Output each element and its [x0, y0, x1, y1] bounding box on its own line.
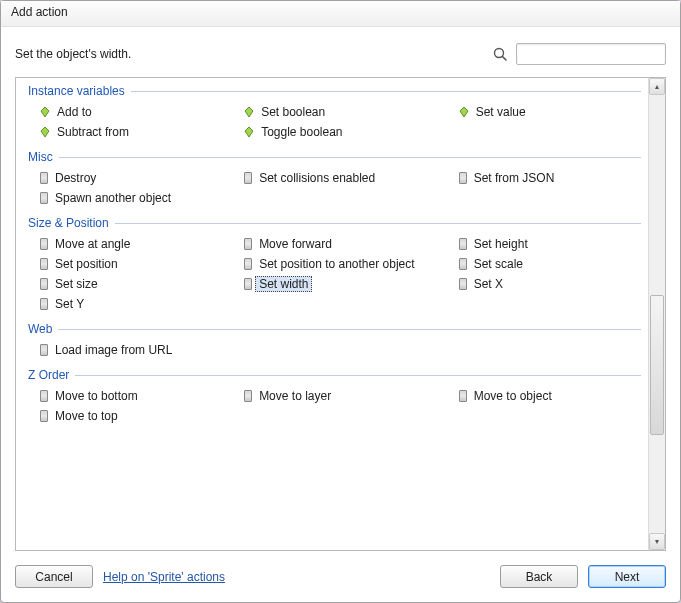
group-items: Add to Subtract from Set boolean Toggle …	[28, 102, 641, 142]
dialog-window: Add action Set the object's width. Insta…	[0, 0, 681, 603]
group-header-z-order[interactable]: Z Order	[28, 368, 641, 382]
action-label: Set position to another object	[258, 257, 415, 271]
group-divider	[59, 157, 641, 158]
object-icon	[244, 238, 252, 250]
titlebar: Add action	[1, 1, 680, 27]
action-spawn-another[interactable]: Spawn another object	[28, 188, 232, 208]
action-label: Set from JSON	[473, 171, 556, 185]
object-icon	[40, 410, 48, 422]
action-load-image-url[interactable]: Load image from URL	[28, 340, 232, 360]
action-label: Set collisions enabled	[258, 171, 376, 185]
action-label: Set position	[54, 257, 119, 271]
object-icon	[459, 172, 467, 184]
action-set-width[interactable]: Set width	[232, 274, 447, 294]
back-button[interactable]: Back	[500, 565, 578, 588]
client-area: Set the object's width. Instance variabl…	[1, 27, 680, 602]
action-label: Move to top	[54, 409, 119, 423]
action-set-collisions[interactable]: Set collisions enabled	[232, 168, 447, 188]
action-set-position-to-object[interactable]: Set position to another object	[232, 254, 447, 274]
action-list-inner: Instance variables Add to Subtract from …	[16, 78, 647, 550]
action-label: Set scale	[473, 257, 524, 271]
next-button[interactable]: Next	[588, 565, 666, 588]
action-label: Set boolean	[260, 105, 326, 119]
action-subtract-from[interactable]: Subtract from	[28, 122, 232, 142]
action-set-x[interactable]: Set X	[447, 274, 641, 294]
group-title: Z Order	[28, 368, 69, 382]
action-set-height[interactable]: Set height	[447, 234, 641, 254]
variable-icon	[40, 106, 50, 118]
action-move-to-layer[interactable]: Move to layer	[232, 386, 447, 406]
action-set-from-json[interactable]: Set from JSON	[447, 168, 641, 188]
search-input[interactable]	[516, 43, 666, 65]
object-icon	[459, 390, 467, 402]
object-icon	[40, 298, 48, 310]
action-toggle-boolean[interactable]: Toggle boolean	[232, 122, 447, 142]
action-set-value[interactable]: Set value	[447, 102, 641, 122]
action-move-at-angle[interactable]: Move at angle	[28, 234, 232, 254]
action-label: Set width	[255, 276, 312, 292]
action-label: Set height	[473, 237, 529, 251]
group-items: Move to bottom Move to top Move to layer…	[28, 386, 641, 426]
scroll-thumb[interactable]	[650, 295, 664, 435]
group-items: Load image from URL	[28, 340, 641, 360]
action-label: Move to bottom	[54, 389, 139, 403]
group-header-instance-variables[interactable]: Instance variables	[28, 84, 641, 98]
object-icon	[40, 238, 48, 250]
svg-line-1	[503, 57, 507, 61]
action-set-boolean[interactable]: Set boolean	[232, 102, 447, 122]
group-items: Move at angle Set position Set size Set …	[28, 234, 641, 314]
action-label: Spawn another object	[54, 191, 172, 205]
action-label: Set X	[473, 277, 504, 291]
action-set-size[interactable]: Set size	[28, 274, 232, 294]
object-icon	[40, 278, 48, 290]
action-move-forward[interactable]: Move forward	[232, 234, 447, 254]
group-header-misc[interactable]: Misc	[28, 150, 641, 164]
action-label: Set value	[475, 105, 527, 119]
variable-icon	[244, 106, 254, 118]
object-icon	[244, 172, 252, 184]
group-title: Misc	[28, 150, 53, 164]
action-move-to-bottom[interactable]: Move to bottom	[28, 386, 232, 406]
help-link[interactable]: Help on 'Sprite' actions	[103, 570, 225, 584]
action-label: Set size	[54, 277, 99, 291]
object-icon	[459, 278, 467, 290]
scroll-down-button[interactable]: ▾	[649, 533, 665, 550]
action-set-position[interactable]: Set position	[28, 254, 232, 274]
search-icon	[492, 46, 508, 62]
group-items: Destroy Spawn another object Set collisi…	[28, 168, 641, 208]
action-label: Move forward	[258, 237, 333, 251]
window-title: Add action	[11, 5, 68, 19]
group-divider	[75, 375, 641, 376]
group-header-web[interactable]: Web	[28, 322, 641, 336]
object-icon	[459, 258, 467, 270]
scroll-up-button[interactable]: ▴	[649, 78, 665, 95]
vertical-scrollbar[interactable]: ▴ ▾	[648, 78, 665, 550]
group-header-size-position[interactable]: Size & Position	[28, 216, 641, 230]
object-icon	[40, 172, 48, 184]
action-label: Destroy	[54, 171, 97, 185]
object-icon	[40, 344, 48, 356]
chevron-up-icon: ▴	[655, 82, 659, 91]
group-divider	[131, 91, 641, 92]
action-move-to-object[interactable]: Move to object	[447, 386, 641, 406]
variable-icon	[40, 126, 50, 138]
object-icon	[244, 278, 252, 290]
action-label: Move at angle	[54, 237, 131, 251]
object-icon	[244, 390, 252, 402]
object-icon	[40, 390, 48, 402]
object-icon	[244, 258, 252, 270]
action-destroy[interactable]: Destroy	[28, 168, 232, 188]
description-text: Set the object's width.	[15, 47, 484, 61]
cancel-button[interactable]: Cancel	[15, 565, 93, 588]
action-label: Move to object	[473, 389, 553, 403]
action-add-to[interactable]: Add to	[28, 102, 232, 122]
action-set-scale[interactable]: Set scale	[447, 254, 641, 274]
scroll-track[interactable]	[649, 95, 665, 533]
action-set-y[interactable]: Set Y	[28, 294, 232, 314]
group-divider	[58, 329, 641, 330]
action-label: Move to layer	[258, 389, 332, 403]
action-move-to-top[interactable]: Move to top	[28, 406, 232, 426]
variable-icon	[459, 106, 469, 118]
action-label: Set Y	[54, 297, 85, 311]
object-icon	[40, 258, 48, 270]
